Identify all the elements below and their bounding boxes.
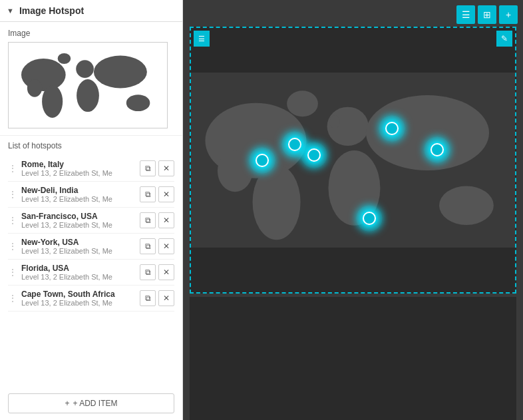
copy-button[interactable]: ⧉ xyxy=(140,160,156,176)
map-edit-button[interactable]: ✎ xyxy=(496,31,512,47)
hotspot-text: Cape Town, South Africa Level 13, 2 Eliz… xyxy=(21,290,136,307)
hotspot-item: ⋮ Cape Town, South Africa Level 13, 2 El… xyxy=(8,286,174,312)
hotspot-dot[interactable] xyxy=(356,205,383,232)
drag-handle[interactable]: ⋮ xyxy=(8,267,17,278)
map-overlay-button[interactable]: ☰ xyxy=(194,31,210,47)
hotspots-section: List of hotspots ⋮ Rome, Italy Level 13,… xyxy=(0,136,182,387)
toolbar-grid-btn[interactable]: ☰ xyxy=(456,5,475,24)
add-item-button[interactable]: + + ADD ITEM xyxy=(8,393,174,413)
hotspot-text: Florida, USA Level 13, 2 Elizabeth St, M… xyxy=(21,264,136,281)
image-label: Image xyxy=(8,29,174,38)
hotspot-address: Level 13, 2 Elizabeth St, Me xyxy=(21,299,136,307)
copy-button[interactable]: ⧉ xyxy=(140,238,156,254)
hotspot-name: Florida, USA xyxy=(21,264,136,273)
delete-button[interactable]: ✕ xyxy=(158,290,174,306)
toolbar-view-btn[interactable]: ⊞ xyxy=(478,5,496,24)
bottom-area xyxy=(190,297,516,420)
delete-button[interactable]: ✕ xyxy=(158,186,174,202)
hotspot-name: Rome, Italy xyxy=(21,160,136,169)
hotspot-dot[interactable] xyxy=(379,115,405,142)
hotspot-text: Rome, Italy Level 13, 2 Elizabeth St, Me xyxy=(21,160,136,177)
drag-handle[interactable]: ⋮ xyxy=(8,241,17,252)
image-section: Image xyxy=(0,22,182,136)
hotspot-address: Level 13, 2 Elizabeth St, Me xyxy=(21,195,136,203)
svg-point-2 xyxy=(27,79,42,97)
copy-button[interactable]: ⧉ xyxy=(140,186,156,202)
delete-button[interactable]: ✕ xyxy=(158,212,174,228)
hotspot-actions: ⧉ ✕ xyxy=(140,264,174,280)
hotspots-list: ⋮ Rome, Italy Level 13, 2 Elizabeth St, … xyxy=(8,156,174,312)
hotspot-text: New-Deli, India Level 13, 2 Elizabeth St… xyxy=(21,186,136,203)
svg-point-4 xyxy=(76,60,94,78)
delete-button[interactable]: ✕ xyxy=(158,238,174,254)
left-panel: ▼ Image Hotspot Image xyxy=(0,0,183,420)
drag-handle[interactable]: ⋮ xyxy=(8,163,17,174)
svg-point-17 xyxy=(287,91,318,116)
hotspot-item: ⋮ Rome, Italy Level 13, 2 Elizabeth St, … xyxy=(8,156,174,182)
toolbar: ☰ ⊞ + xyxy=(456,5,518,24)
image-preview[interactable] xyxy=(8,42,168,128)
svg-point-11 xyxy=(218,150,253,192)
svg-point-7 xyxy=(126,95,150,111)
svg-point-16 xyxy=(439,186,494,224)
drag-handle[interactable]: ⋮ xyxy=(8,293,17,304)
copy-button[interactable]: ⧉ xyxy=(140,264,156,280)
hotspot-name: Cape Town, South Africa xyxy=(21,290,136,299)
hotspot-dot[interactable] xyxy=(301,142,327,168)
toolbar-add-btn[interactable]: + xyxy=(499,5,518,24)
svg-point-3 xyxy=(42,85,63,118)
hotspot-actions: ⧉ ✕ xyxy=(140,186,174,202)
hotspot-item: ⋮ Florida, USA Level 13, 2 Elizabeth St,… xyxy=(8,260,174,286)
svg-point-18 xyxy=(329,115,340,128)
hotspot-text: San-Francisco, USA Level 13, 2 Elizabeth… xyxy=(21,212,136,229)
hotspot-actions: ⧉ ✕ xyxy=(140,212,174,228)
main-map-svg xyxy=(191,28,515,292)
hotspots-label: List of hotspots xyxy=(8,141,174,150)
hotspot-text: New-York, USA Level 13, 2 Elizabeth St, … xyxy=(21,238,136,255)
add-icon: + xyxy=(65,399,69,408)
svg-point-5 xyxy=(77,79,99,112)
hotspot-item: ⋮ San-Francisco, USA Level 13, 2 Elizabe… xyxy=(8,208,174,234)
svg-point-8 xyxy=(58,53,71,64)
hotspot-item: ⋮ New-Deli, India Level 13, 2 Elizabeth … xyxy=(8,182,174,208)
hotspot-dot[interactable] xyxy=(424,136,450,163)
hotspot-name: New-York, USA xyxy=(21,238,136,247)
drag-handle[interactable]: ⋮ xyxy=(8,189,17,200)
add-item-label: + ADD ITEM xyxy=(73,399,118,408)
hotspot-address: Level 13, 2 Elizabeth St, Me xyxy=(21,221,136,229)
chevron-icon: ▼ xyxy=(7,7,14,15)
right-panel: ☰ ⊞ + ☰ ✎ xyxy=(183,0,523,420)
hotspot-actions: ⧉ ✕ xyxy=(140,238,174,254)
panel-header: ▼ Image Hotspot xyxy=(0,0,182,22)
map-container[interactable]: ☰ ✎ xyxy=(190,27,516,294)
hotspot-actions: ⧉ ✕ xyxy=(140,160,174,176)
panel-title: Image Hotspot xyxy=(19,5,84,16)
svg-point-12 xyxy=(253,164,301,240)
drag-handle[interactable]: ⋮ xyxy=(8,215,17,226)
copy-button[interactable]: ⧉ xyxy=(140,290,156,306)
hotspot-name: San-Francisco, USA xyxy=(21,212,136,221)
hotspot-actions: ⧉ ✕ xyxy=(140,290,174,306)
copy-button[interactable]: ⧉ xyxy=(140,212,156,228)
world-map-svg xyxy=(11,45,164,125)
hotspot-address: Level 13, 2 Elizabeth St, Me xyxy=(21,247,136,255)
hotspot-item: ⋮ New-York, USA Level 13, 2 Elizabeth St… xyxy=(8,234,174,260)
hotspot-address: Level 13, 2 Elizabeth St, Me xyxy=(21,169,136,177)
svg-point-6 xyxy=(94,56,147,89)
delete-button[interactable]: ✕ xyxy=(158,264,174,280)
hotspot-address: Level 13, 2 Elizabeth St, Me xyxy=(21,273,136,281)
hotspot-dot[interactable] xyxy=(249,147,275,174)
hotspot-name: New-Deli, India xyxy=(21,186,136,195)
delete-button[interactable]: ✕ xyxy=(158,160,174,176)
